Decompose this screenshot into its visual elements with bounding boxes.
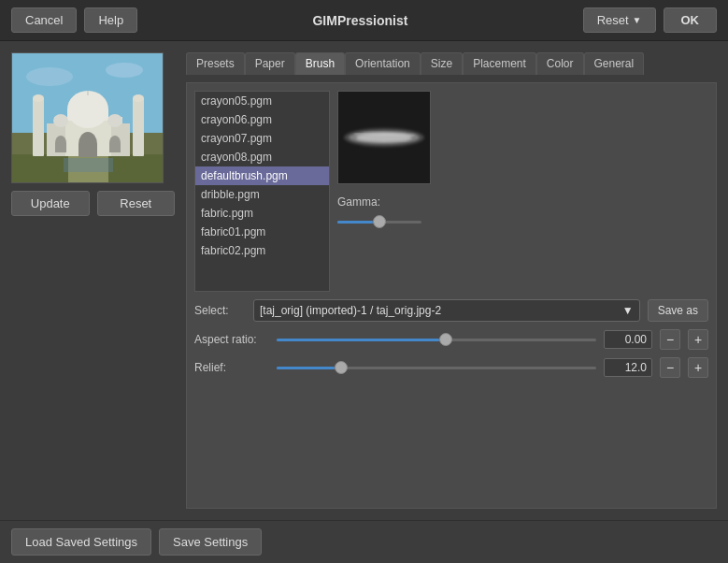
left-panel: Update Reset [11,52,175,509]
tab-general[interactable]: General [584,52,645,75]
svg-rect-23 [109,143,121,152]
window-title: GIMPressionist [145,13,575,28]
tab-size[interactable]: Size [421,52,463,75]
list-item[interactable]: fabric02.pgm [195,241,329,260]
gamma-slider-fill [337,221,373,224]
svg-rect-19 [79,144,97,157]
preview-reset-button[interactable]: Reset [97,191,176,216]
svg-point-2 [26,67,73,86]
save-as-button[interactable]: Save as [648,299,708,322]
svg-point-16 [107,114,122,127]
taj-mahal-preview [12,53,164,183]
reset-dropdown-arrow: ▼ [633,15,642,25]
footer: Load Saved Settings Save Settings [0,520,728,563]
aspect-ratio-minus[interactable]: − [660,329,680,350]
tab-paper[interactable]: Paper [245,52,295,75]
gamma-slider[interactable] [337,212,421,231]
tab-orientation[interactable]: Orientation [345,52,421,75]
svg-point-9 [133,94,144,102]
svg-point-3 [106,63,143,78]
select-row: Select: [taj_orig] (imported)-1 / taj_or… [194,299,708,322]
brush-stroke-preview [340,119,429,156]
relief-row: Relief: 12.0 − + [194,357,708,378]
list-item[interactable]: crayon05.pgm [195,92,329,110]
load-saved-settings-button[interactable]: Load Saved Settings [11,528,151,556]
main-content: Update Reset Presets Paper Brush Orienta… [0,41,728,520]
reset-label: Reset [597,13,629,27]
save-settings-button[interactable]: Save Settings [159,528,262,556]
aspect-ratio-row: Aspect ratio: 0.00 − + [194,329,708,350]
brush-preview-panel: Gamma: [337,91,708,292]
aspect-ratio-plus[interactable]: + [688,329,708,350]
select-dropdown-text: [taj_orig] (imported)-1 / taj_orig.jpg-2 [260,304,441,317]
relief-thumb[interactable] [335,361,348,374]
relief-slider[interactable] [277,367,596,369]
aspect-ratio-fill [277,339,439,341]
brush-preview-box [337,91,431,184]
list-item[interactable]: crayon07.pgm [195,129,329,148]
tabs-bar: Presets Paper Brush Orientation Size Pla… [186,52,717,75]
relief-minus[interactable]: − [660,357,680,378]
reset-button[interactable]: Reset ▼ [583,7,656,33]
brush-area: crayon05.pgm crayon06.pgm crayon07.pgm c… [194,91,708,292]
svg-rect-24 [64,158,113,172]
select-label: Select: [194,304,246,317]
list-item[interactable]: dribble.pgm [195,185,329,204]
tab-color[interactable]: Color [536,52,584,75]
aspect-ratio-thumb[interactable] [439,333,452,346]
svg-rect-21 [55,143,66,152]
relief-input[interactable]: 12.0 [604,358,652,377]
right-panel: Presets Paper Brush Orientation Size Pla… [186,52,717,509]
tab-presets[interactable]: Presets [186,52,245,75]
main-window: Cancel Help GIMPressionist Reset ▼ OK [0,0,728,563]
tab-brush[interactable]: Brush [295,52,345,75]
list-item[interactable]: fabric01.pgm [195,223,329,241]
list-item[interactable]: crayon06.pgm [195,110,329,129]
gamma-slider-thumb[interactable] [373,215,386,228]
tab-placement[interactable]: Placement [463,52,536,75]
list-item-selected[interactable]: defaultbrush.pgm [195,166,329,185]
svg-rect-14 [67,109,108,121]
relief-fill [277,367,335,369]
preview-image [11,52,164,183]
list-item[interactable]: crayon08.pgm [195,148,329,166]
header: Cancel Help GIMPressionist Reset ▼ OK [0,0,728,41]
gamma-slider-track [337,221,421,224]
cancel-button[interactable]: Cancel [11,7,77,33]
update-reset-row: Update Reset [11,191,175,216]
select-dropdown-arrow: ▼ [622,304,634,317]
relief-label: Relief: [194,361,269,374]
svg-point-7 [33,94,44,102]
select-dropdown[interactable]: [taj_orig] (imported)-1 / taj_orig.jpg-2… [253,299,640,322]
ok-button[interactable]: OK [664,7,718,33]
help-button[interactable]: Help [84,7,137,33]
aspect-ratio-label: Aspect ratio: [194,333,269,346]
svg-rect-6 [33,98,44,156]
gamma-label: Gamma: [337,195,708,209]
tab-content-brush: crayon05.pgm crayon06.pgm crayon07.pgm c… [186,82,717,509]
relief-plus[interactable]: + [688,357,708,378]
aspect-ratio-input[interactable]: 0.00 [604,330,652,349]
gamma-control: Gamma: [337,195,708,231]
brush-list[interactable]: crayon05.pgm crayon06.pgm crayon07.pgm c… [194,91,330,292]
svg-rect-8 [133,98,144,156]
list-item[interactable]: fabric.pgm [195,204,329,223]
aspect-ratio-slider[interactable] [277,339,596,341]
svg-point-15 [53,114,68,127]
update-button[interactable]: Update [11,191,90,216]
